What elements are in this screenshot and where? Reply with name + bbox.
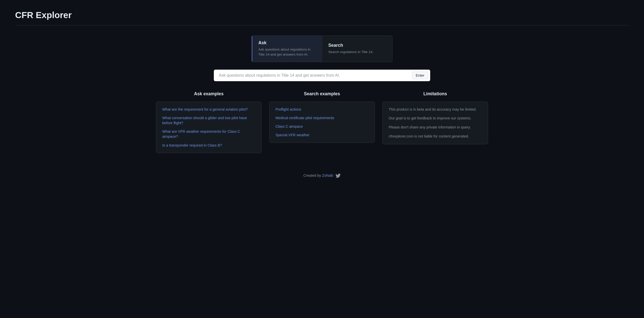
- limitation-1: Our goal is to get feedback to improve o…: [389, 116, 482, 121]
- ask-example-link-3[interactable]: Is a transponder required in Class B?: [162, 143, 255, 148]
- tab-search-label: Search: [328, 43, 386, 48]
- tab-ask-label: Ask: [258, 40, 316, 46]
- tabs: Ask Ask questions about regulations in T…: [252, 35, 392, 62]
- ask-example-link-1[interactable]: What conversation should a glider and to…: [162, 115, 255, 125]
- tab-search-desc: Search regulations in Title 14.: [328, 50, 373, 54]
- limitation-2: Please don't share any private informati…: [389, 125, 482, 130]
- search-examples-column: Search examples Preflight actions Medica…: [269, 91, 375, 153]
- search-examples-title: Search examples: [269, 91, 375, 97]
- limitation-0: This product is in beta and its accuracy…: [389, 107, 482, 112]
- tab-ask-desc: Ask questions about regulations in Title…: [258, 48, 310, 56]
- search-example-link-1[interactable]: Medical certificate pilot requirements: [275, 115, 369, 120]
- search-example-link-3[interactable]: Special VFR weather: [275, 132, 369, 138]
- search-example-link-0[interactable]: Preflight actions: [275, 107, 369, 112]
- columns: Ask examples What are the requirement fo…: [146, 91, 498, 153]
- limitations-title: Limitations: [382, 91, 488, 97]
- search-input[interactable]: [216, 71, 412, 80]
- tab-container: Ask Ask questions about regulations in T…: [15, 35, 629, 62]
- limitation-3: cfrexplorer.com is not liable for conten…: [389, 134, 482, 139]
- tab-ask[interactable]: Ask Ask questions about regulations in T…: [252, 36, 322, 62]
- search-examples-card: Preflight actions Medical certificate pi…: [269, 102, 375, 143]
- limitations-card: This product is in beta and its accuracy…: [382, 102, 488, 144]
- twitter-icon: [336, 173, 341, 178]
- ask-examples-title: Ask examples: [156, 91, 262, 97]
- page-title: CFR Explorer: [15, 10, 629, 20]
- ask-example-link-2[interactable]: What are VFR weather requirements for Cl…: [162, 129, 255, 139]
- limitations-column: Limitations This product is in beta and …: [382, 91, 488, 153]
- ask-examples-card: What are the requirement for a general a…: [156, 102, 262, 153]
- ask-example-link-0[interactable]: What are the requirement for a general a…: [162, 107, 255, 112]
- footer-author-link[interactable]: Zohaib: [322, 173, 333, 177]
- ask-examples-column: Ask examples What are the requirement fo…: [156, 91, 262, 153]
- footer-prefix: Created by: [303, 173, 322, 177]
- footer: Created by Zohaib: [15, 173, 629, 178]
- search-bar-container: Enter: [15, 70, 629, 81]
- search-bar: Enter: [214, 70, 430, 81]
- title-divider: [15, 25, 629, 25]
- tab-search[interactable]: Search Search regulations in Title 14.: [322, 36, 392, 62]
- enter-button[interactable]: Enter: [412, 72, 428, 79]
- search-example-link-2[interactable]: Class C airspace: [275, 124, 369, 129]
